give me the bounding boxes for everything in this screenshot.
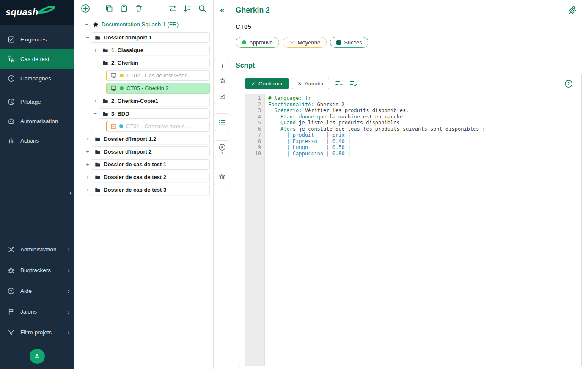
confirm-button[interactable]: ✓ Confirmer <box>245 78 289 89</box>
delete-button[interactable] <box>135 4 143 13</box>
sidebar-item-automatisation[interactable]: Automatisation <box>0 111 74 131</box>
sidebar-item-label: Pilotage <box>20 99 41 105</box>
code-area[interactable]: # language: frFonctionnalité: Gherkin 2 … <box>265 94 581 366</box>
tree-folder[interactable]: 1. Classique <box>99 45 210 55</box>
collapse-panel-button[interactable]: « <box>220 6 225 14</box>
sidebar-item-label: Administration <box>20 246 57 253</box>
tree-node-label: Dossier de cas de test 1 <box>104 161 166 168</box>
badge-status[interactable]: Approuvé <box>236 37 279 48</box>
tree-folder[interactable]: Dossier de cas de test 1 <box>91 159 210 170</box>
tree-toggle-icon[interactable]: + <box>92 47 99 53</box>
help-button[interactable]: ? <box>564 80 573 88</box>
tree-folder[interactable]: Dossier d'import 2 <box>91 146 210 157</box>
badge-execution[interactable]: Succès <box>330 37 368 48</box>
sidebar-item-pilotage[interactable]: Pilotage <box>0 92 74 111</box>
campaigns-icon <box>8 75 15 82</box>
sidebar-item-administration[interactable]: Administration› <box>0 239 74 260</box>
search-button[interactable] <box>198 4 206 13</box>
sidebar-item-cas-de-test[interactable]: Cas de test <box>0 49 74 69</box>
tree-toggle-icon[interactable]: + <box>84 149 91 155</box>
tree-root-toggle[interactable]: − <box>83 21 90 28</box>
tree-toggle-icon[interactable]: + <box>84 174 91 180</box>
actions-icon <box>8 137 15 144</box>
sidebar-item-filtre-projets[interactable]: Filtre projets› <box>0 322 74 343</box>
import-export-button[interactable] <box>168 4 177 13</box>
play-circle-icon <box>218 143 226 151</box>
badge-importance[interactable]: Moyenne <box>283 37 327 48</box>
tree-node-label: Dossier d'import 1.2 <box>104 136 156 142</box>
tree-folder[interactable]: Dossier d'import 1 <box>91 32 210 43</box>
paperclip-icon[interactable] <box>567 6 577 15</box>
tree-row: +Dossier de cas de test 1 <box>74 159 210 170</box>
code-line: # language: fr <box>268 95 581 102</box>
check-icon: ✓ <box>251 81 256 87</box>
tree-folder[interactable]: Dossier de cas de test 3 <box>91 184 210 195</box>
tree-node-label: 3. BDD <box>111 110 129 117</box>
svg-text:?: ? <box>567 81 570 86</box>
rail-info-tab[interactable]: i <box>219 62 226 69</box>
sidebar-collapse-button[interactable]: ‹ <box>69 188 72 197</box>
tree-toggle-icon[interactable]: + <box>84 187 91 193</box>
tree-folder[interactable]: 2. Gherkin-Copie1 <box>99 96 210 106</box>
tree-toggle-icon[interactable]: − <box>84 34 91 41</box>
tree-folder[interactable]: Dossier de cas de test 2 <box>91 172 210 182</box>
tree-toggle-icon[interactable]: + <box>92 98 99 104</box>
app-logo[interactable]: squash <box>0 0 74 25</box>
rail-requirements-tab[interactable] <box>219 93 226 100</box>
tree-toggle-icon[interactable]: + <box>84 161 91 168</box>
tree-toggle-icon[interactable]: − <box>92 110 99 117</box>
insert-table-button[interactable] <box>335 80 343 87</box>
folder-icon <box>95 187 101 193</box>
nav-divider <box>0 90 74 90</box>
tree-test-case[interactable]: CT01 - Consulter mon s... <box>106 121 210 132</box>
tree-root-project[interactable]: − Documentation Squash 1 (FR) <box>74 19 213 30</box>
tree-node-label: CT01 - Consulter mon s... <box>126 123 189 129</box>
sort-button[interactable] <box>183 4 192 13</box>
tree-toggle-icon[interactable]: − <box>92 60 99 66</box>
code-token: | Cappuccino | 0.80 | <box>286 151 351 157</box>
copy-button[interactable] <box>105 4 113 13</box>
anchor-rail: « i 1 <box>214 0 231 369</box>
sidebar-item-aide[interactable]: ?Aide› <box>0 281 74 301</box>
code-token: Quand <box>280 120 296 126</box>
line-number: 7 <box>245 132 261 138</box>
rail-automation-tab[interactable] <box>219 77 226 85</box>
paste-button[interactable] <box>120 4 128 13</box>
sidebar-item-jalons[interactable]: Jalons› <box>0 301 74 322</box>
avatar[interactable]: A <box>30 349 45 364</box>
page-header: Gherkin 2 <box>236 6 582 15</box>
rail-script-tab[interactable] <box>214 113 230 131</box>
create-button[interactable] <box>81 4 90 13</box>
code-line: Quand je liste les produits disponibles. <box>268 120 581 126</box>
tree-test-case[interactable]: CT02 - Cas de test Gher... <box>106 70 210 81</box>
tree-folder[interactable]: 2. Gherkin <box>99 58 210 68</box>
folder-icon <box>102 111 108 117</box>
tree-toggle-icon[interactable]: + <box>84 136 91 142</box>
rail-executions-tab[interactable]: 1 <box>214 140 230 158</box>
tree-folder[interactable]: Dossier d'import 1.2 <box>91 134 210 144</box>
badge-label: Moyenne <box>298 39 320 46</box>
line-number: 5 <box>245 120 261 126</box>
code-line: | produit | prix | <box>268 132 581 138</box>
chevron-right-icon: › <box>67 287 70 295</box>
tree-node-label: Dossier d'import 2 <box>104 149 152 155</box>
folder-icon <box>102 98 108 104</box>
rail-issues-tab[interactable] <box>214 168 230 185</box>
tree-row: +Dossier d'import 1.2 <box>74 134 210 144</box>
sidebar-item-exigences[interactable]: Exigences <box>0 30 74 49</box>
sidebar-item-actions[interactable]: Actions <box>0 131 74 150</box>
sidebar-item-bugtrackers[interactable]: Bugtrackers› <box>0 260 74 281</box>
tree-node-label: Dossier d'import 1 <box>104 34 152 41</box>
sidebar-item-campagnes[interactable]: Campagnes <box>0 69 74 88</box>
line-number: 3 <box>245 107 261 114</box>
bug-icon <box>218 173 226 180</box>
code-token: Gherkin 2 <box>314 102 344 107</box>
validate-script-button[interactable] <box>349 80 358 87</box>
code-token: Alors <box>280 126 296 132</box>
tree-folder[interactable]: 3. BDD <box>99 108 210 119</box>
tree-node-label: CT02 - Cas de test Gher... <box>126 72 191 79</box>
tree-test-case[interactable]: CT05 - Gherkin 2 <box>106 83 210 94</box>
code-line: | Cappuccino | 0.80 | <box>268 151 581 157</box>
sidebar: squash ExigencesCas de testCampagnesPilo… <box>0 0 74 369</box>
cancel-button[interactable]: ✕ Annuler <box>292 78 329 89</box>
